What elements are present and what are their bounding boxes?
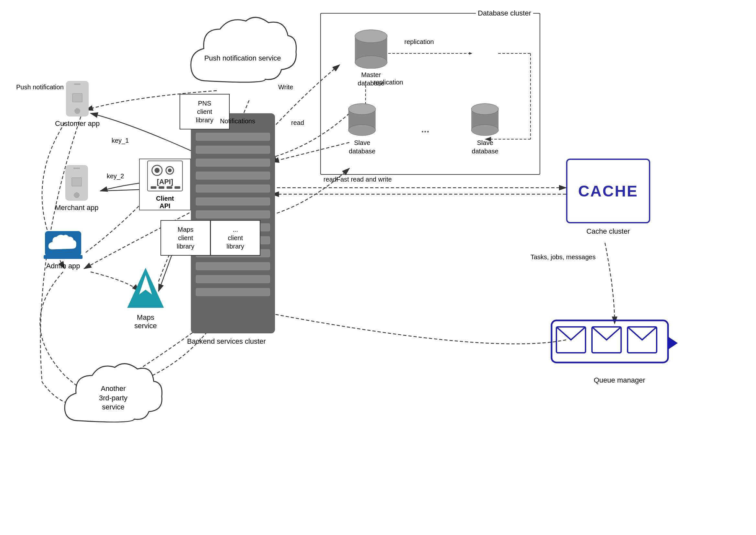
maps-library-box: Mapsclientlibrary bbox=[160, 220, 211, 256]
merchant-phone-screen-icon bbox=[70, 175, 83, 191]
merchant-app: Merchant app bbox=[55, 165, 99, 212]
merchant-app-label: Merchant app bbox=[55, 203, 99, 212]
push-notification-cloud: Push notification service bbox=[188, 10, 298, 107]
backend-cluster-label: Backend services cluster bbox=[175, 337, 278, 347]
cache-label: CACHE bbox=[578, 182, 638, 200]
cache-box: CACHE bbox=[566, 158, 650, 223]
db-dots: ... bbox=[421, 124, 429, 135]
key1-arrow-label: key_1 bbox=[112, 136, 129, 145]
client-api-label: ClientAPI bbox=[156, 195, 174, 210]
svg-rect-25 bbox=[175, 186, 180, 189]
maps-service: Mapsservice bbox=[124, 266, 167, 330]
svg-point-29 bbox=[355, 30, 387, 43]
fast-rw-label: Fast read and write bbox=[337, 175, 392, 184]
queue-manager-icon bbox=[550, 319, 679, 367]
third-party-cloud: Another3rd-partyservice bbox=[62, 356, 165, 440]
svg-point-33 bbox=[348, 103, 376, 115]
slave-db-1-label: Slavedatabase bbox=[349, 138, 375, 155]
phone-screen-icon bbox=[71, 91, 84, 107]
notifications-arrow-label: Notifications bbox=[220, 117, 255, 126]
pns-library-label: PNSclientlibrary bbox=[196, 99, 213, 124]
third-party-label: Another3rd-partyservice bbox=[99, 384, 127, 412]
read-slave-label: read bbox=[291, 118, 304, 127]
key2-arrow-label: key_2 bbox=[107, 172, 124, 181]
svg-rect-13 bbox=[44, 255, 83, 259]
svg-rect-11 bbox=[72, 178, 81, 186]
master-db-icon bbox=[353, 27, 389, 69]
queue-manager-label: Queue manager bbox=[582, 376, 657, 385]
customer-app-label: Customer app bbox=[55, 119, 100, 128]
slave-db-2: Slavedatabase bbox=[470, 101, 500, 155]
replication-h-label: replication bbox=[404, 37, 434, 46]
tasks-label: Tasks, jobs, messages bbox=[530, 252, 596, 262]
admin-app: Admin app bbox=[44, 230, 83, 271]
queue-manager bbox=[550, 314, 679, 372]
svg-point-18 bbox=[155, 168, 160, 173]
svg-rect-22 bbox=[151, 186, 157, 189]
database-cluster-title: Database cluster bbox=[476, 9, 533, 17]
push-notification-arrow-label: Push notification bbox=[16, 83, 64, 92]
slave-db-2-icon bbox=[470, 101, 500, 137]
push-notification-label: Push notification service bbox=[204, 54, 281, 63]
merchant-phone-icon bbox=[65, 165, 88, 201]
admin-laptop-icon bbox=[44, 230, 83, 259]
write-arrow-label: Write bbox=[278, 83, 293, 92]
other-library-label: ...clientlibrary bbox=[227, 225, 244, 250]
slave-db-2-label: Slavedatabase bbox=[472, 138, 498, 155]
slave-db-1: Slavedatabase bbox=[347, 101, 378, 155]
maps-triangle-icon bbox=[124, 266, 167, 311]
svg-point-28 bbox=[355, 56, 387, 69]
cache-cluster-label: Cache cluster bbox=[573, 227, 644, 237]
api-gateway-icon: [API] bbox=[146, 159, 184, 194]
svg-marker-42 bbox=[668, 337, 678, 350]
svg-point-36 bbox=[471, 125, 499, 136]
svg-point-32 bbox=[348, 125, 376, 136]
read-bottom-label: read bbox=[323, 175, 337, 184]
diagram: Push notification service Customer app M… bbox=[0, 0, 756, 535]
svg-point-20 bbox=[168, 168, 172, 172]
maps-service-label: Mapsservice bbox=[124, 313, 167, 330]
other-library-box: ...clientlibrary bbox=[210, 220, 260, 256]
client-api-box: [API] ClientAPI bbox=[139, 158, 191, 211]
admin-app-label: Admin app bbox=[46, 262, 80, 271]
svg-rect-24 bbox=[167, 186, 173, 189]
svg-rect-9 bbox=[73, 94, 82, 101]
replication-v-label: replication bbox=[374, 78, 403, 87]
maps-library-label: Mapsclientlibrary bbox=[176, 225, 194, 250]
svg-text:[API]: [API] bbox=[157, 178, 173, 186]
svg-rect-23 bbox=[158, 186, 164, 189]
customer-phone-icon bbox=[66, 81, 89, 117]
slave-db-1-icon bbox=[347, 101, 378, 137]
svg-point-37 bbox=[471, 103, 499, 115]
